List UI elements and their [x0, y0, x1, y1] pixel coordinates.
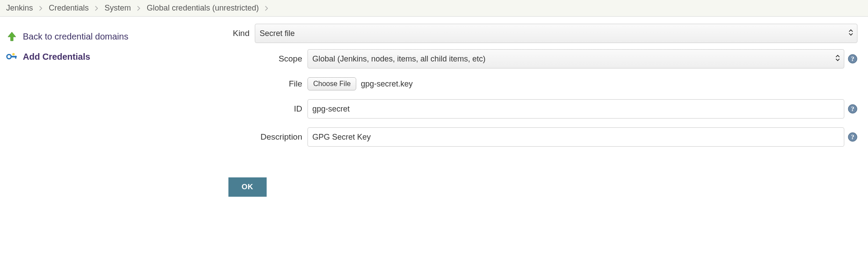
breadcrumb-system[interactable]: System — [105, 4, 131, 13]
svg-rect-2 — [15, 56, 16, 58]
selected-file-name: gpg-secret.key — [361, 79, 412, 89]
chevron-right-icon — [39, 6, 43, 11]
up-arrow-icon — [6, 31, 18, 42]
svg-point-0 — [7, 54, 11, 59]
chevron-right-icon — [137, 6, 141, 11]
sidebar-item-back[interactable]: Back to credential domains — [6, 28, 178, 48]
svg-point-3 — [12, 53, 15, 56]
description-input[interactable] — [307, 127, 844, 147]
help-icon[interactable]: ? — [848, 54, 857, 64]
kind-select[interactable]: Secret file — [255, 24, 857, 43]
key-icon — [6, 51, 18, 62]
add-credentials-form: Kind Secret file Scope Global (Jenkins, … — [184, 24, 868, 197]
help-icon[interactable]: ? — [848, 104, 857, 114]
ok-button[interactable]: OK — [228, 177, 267, 197]
sidebar-item-label: Add Credentials — [23, 52, 90, 62]
breadcrumb-credentials[interactable]: Credentials — [49, 4, 89, 13]
sidebar: Back to credential domains Add Credentia… — [0, 24, 184, 197]
kind-label: Kind — [184, 29, 255, 38]
file-label: File — [184, 79, 307, 89]
svg-text:?: ? — [851, 105, 854, 112]
chevron-right-icon — [265, 6, 268, 11]
sidebar-item-add-credentials[interactable]: Add Credentials — [6, 48, 178, 68]
svg-text:?: ? — [851, 55, 854, 62]
chevron-right-icon — [95, 6, 98, 11]
sidebar-item-label: Back to credential domains — [23, 32, 128, 42]
scope-select[interactable]: Global (Jenkins, nodes, items, all child… — [307, 49, 844, 68]
svg-text:?: ? — [851, 133, 854, 141]
help-icon[interactable]: ? — [848, 132, 857, 142]
description-label: Description — [184, 132, 307, 142]
breadcrumb-global[interactable]: Global credentials (unrestricted) — [147, 4, 259, 13]
breadcrumb-jenkins[interactable]: Jenkins — [6, 4, 33, 13]
choose-file-button[interactable]: Choose File — [307, 77, 356, 90]
scope-label: Scope — [184, 54, 307, 64]
breadcrumb: Jenkins Credentials System Global creden… — [0, 0, 868, 17]
id-input[interactable] — [307, 99, 844, 119]
id-label: ID — [184, 104, 307, 114]
